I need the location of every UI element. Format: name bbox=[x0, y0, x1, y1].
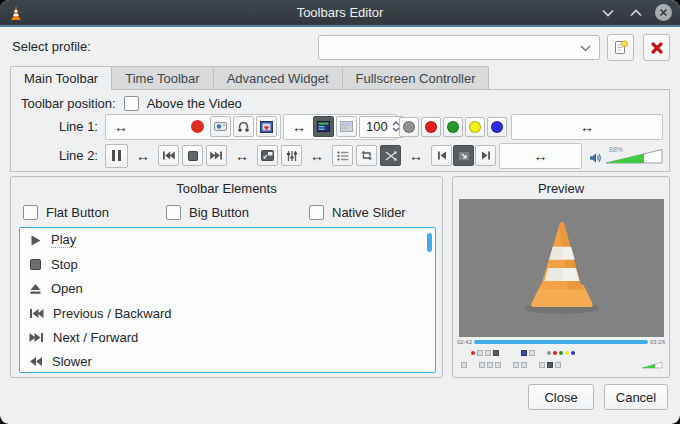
native-slider-label: Native Slider bbox=[332, 205, 406, 220]
playlist-button[interactable] bbox=[332, 145, 353, 166]
native-slider-checkbox[interactable] bbox=[309, 205, 324, 220]
list-item-label: Slower bbox=[52, 354, 92, 369]
preview-mini-icon bbox=[521, 350, 527, 356]
list-item-previous[interactable]: Previous / Backward bbox=[20, 301, 435, 325]
volume-percent-label: 88% bbox=[609, 146, 623, 153]
teletext-red-button[interactable] bbox=[421, 117, 441, 137]
teletext-gray-button[interactable] bbox=[399, 117, 419, 137]
list-item-next[interactable]: Next / Forward bbox=[20, 325, 435, 349]
snapshot-button[interactable] bbox=[210, 116, 231, 137]
frame-by-frame-button[interactable] bbox=[256, 116, 277, 137]
playlist-view-button[interactable] bbox=[313, 116, 334, 137]
above-video-checkbox[interactable] bbox=[124, 96, 139, 111]
list-item-stop[interactable]: Stop bbox=[20, 252, 435, 276]
list-item-label: Open bbox=[51, 281, 83, 296]
flat-button-checkbox[interactable] bbox=[23, 205, 38, 220]
titlebar: Toolbars Editor bbox=[0, 0, 680, 27]
preview-mini-icon bbox=[493, 350, 499, 356]
ab-loop-button[interactable] bbox=[233, 116, 254, 137]
next-button[interactable] bbox=[206, 145, 227, 166]
preview-title: Preview bbox=[453, 177, 669, 196]
teletext-blue-button[interactable] bbox=[487, 117, 507, 137]
extended-view-button[interactable] bbox=[336, 116, 357, 137]
fullscreen-button[interactable] bbox=[257, 145, 278, 166]
tab-time-toolbar[interactable]: Time Toolbar bbox=[111, 66, 213, 89]
stop-button[interactable] bbox=[182, 145, 203, 166]
step-forward-button[interactable] bbox=[475, 145, 496, 166]
preview-mini-icon bbox=[479, 362, 485, 368]
preview-mini-icon bbox=[555, 362, 561, 368]
window-title: Toolbars Editor bbox=[0, 5, 680, 20]
preview-mini-icon bbox=[513, 362, 519, 368]
select-profile-label: Select profile: bbox=[12, 39, 91, 54]
tab-advanced-widget[interactable]: Advanced Widget bbox=[213, 66, 343, 89]
preview-seek-bar bbox=[474, 340, 648, 344]
toolbars-editor-window: Toolbars Editor Select profile: bbox=[0, 0, 680, 424]
preview-mini-icon bbox=[485, 350, 491, 356]
tab-main-toolbar[interactable]: Main Toolbar bbox=[10, 66, 112, 90]
list-item-slower[interactable]: Slower bbox=[20, 349, 435, 373]
preview-mini-icon bbox=[461, 362, 467, 368]
tab-fullscreen-controller[interactable]: Fullscreen Controller bbox=[342, 66, 490, 89]
cancel-button[interactable]: Cancel bbox=[604, 384, 668, 410]
preview-mini-icon bbox=[547, 351, 551, 355]
spacer-icon[interactable]: ↔ bbox=[305, 149, 329, 163]
preview-mini-icon bbox=[565, 351, 569, 355]
spacer-icon[interactable]: ↔ bbox=[404, 149, 428, 163]
width-spinbox[interactable]: 100 bbox=[359, 116, 404, 138]
spinbox-value: 100 bbox=[366, 119, 388, 134]
expanding-spacer-icon[interactable]: ↔ bbox=[109, 120, 133, 134]
step-backward-button[interactable] bbox=[431, 145, 452, 166]
preview-mini-toolbar-line2 bbox=[461, 361, 663, 369]
teletext-green-button[interactable] bbox=[443, 117, 463, 137]
profile-row: Select profile: bbox=[0, 33, 680, 61]
new-profile-button[interactable] bbox=[607, 34, 634, 61]
minimize-icon[interactable] bbox=[599, 4, 617, 22]
expanding-spacer-icon[interactable]: ↔ bbox=[529, 149, 553, 163]
teletext-color-buttons bbox=[399, 117, 509, 137]
spacer-icon[interactable]: ↔ bbox=[131, 149, 155, 163]
toolbar-elements-title: Toolbar Elements bbox=[11, 177, 442, 196]
preview-mini-icon bbox=[521, 362, 527, 368]
list-item-label: Previous / Backward bbox=[53, 306, 172, 321]
big-button-checkbox[interactable] bbox=[166, 205, 181, 220]
expanding-spacer-icon[interactable]: ↔ bbox=[287, 120, 311, 134]
record-button[interactable] bbox=[191, 120, 204, 133]
stop-icon bbox=[29, 258, 42, 271]
toolbar-elements-group: Toolbar Elements Flat Button Big Button … bbox=[10, 176, 443, 378]
spacer-icon[interactable]: ↔ bbox=[230, 149, 254, 163]
flat-button-label: Flat Button bbox=[46, 205, 109, 220]
equalizer-button[interactable] bbox=[281, 145, 302, 166]
frame-button[interactable] bbox=[453, 145, 474, 166]
maximize-icon[interactable] bbox=[627, 4, 645, 22]
list-item-play[interactable]: Play bbox=[20, 228, 435, 252]
skip-forward-icon bbox=[29, 332, 44, 343]
preview-mini-icon bbox=[559, 351, 563, 355]
expanding-spacer-icon[interactable]: ↔ bbox=[575, 120, 599, 134]
loop-button[interactable] bbox=[356, 145, 377, 166]
preview-video-area bbox=[459, 199, 664, 337]
delete-profile-button[interactable] bbox=[643, 34, 670, 61]
volume-widget[interactable]: 88% bbox=[585, 148, 663, 164]
play-icon bbox=[29, 234, 42, 247]
toolbar-line2: Line 2: ↔ ↔ ↔ bbox=[11, 142, 663, 169]
preview-group: Preview 02:42 03:26 bbox=[452, 176, 670, 378]
toolbar-line1: Line 1: ↔ ↔ bbox=[11, 113, 663, 140]
skip-backward-icon bbox=[29, 308, 44, 319]
toolbar-position-label: Toolbar position: bbox=[21, 96, 116, 111]
preview-mini-icon bbox=[487, 362, 493, 368]
previous-button[interactable] bbox=[158, 145, 179, 166]
close-button[interactable]: Close bbox=[528, 384, 594, 410]
preview-seek-row: 02:42 03:26 bbox=[457, 339, 665, 345]
profile-combobox[interactable] bbox=[318, 35, 600, 60]
list-item-label: Next / Forward bbox=[53, 330, 138, 345]
teletext-yellow-button[interactable] bbox=[465, 117, 485, 137]
pause-button[interactable] bbox=[105, 144, 128, 168]
speaker-icon bbox=[589, 152, 602, 164]
seek-slider-placeholder: ↔ bbox=[499, 143, 582, 169]
list-item-open[interactable]: Open bbox=[20, 277, 435, 301]
list-scrollbar[interactable] bbox=[427, 233, 432, 252]
close-window-icon[interactable] bbox=[655, 4, 672, 21]
random-button[interactable] bbox=[380, 145, 401, 166]
toolbar-elements-list: Play Stop Open Previous / Backward Next … bbox=[19, 227, 436, 373]
